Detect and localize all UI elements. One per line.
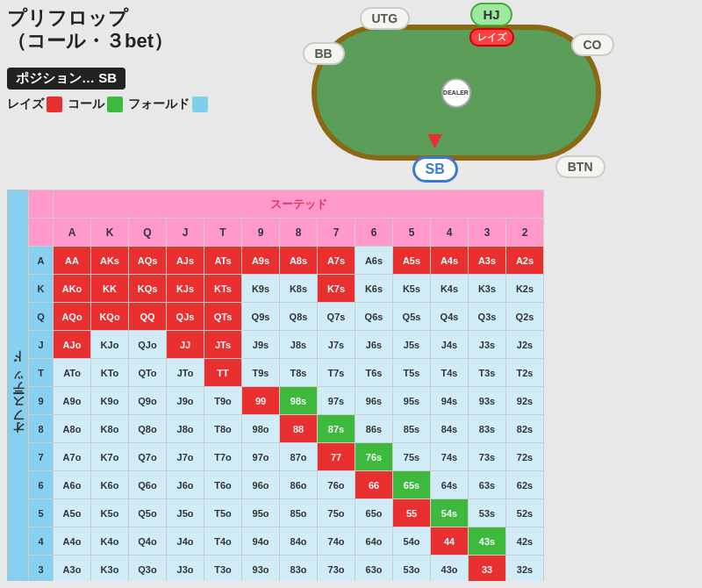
col-header-A: A bbox=[54, 219, 91, 247]
row-label-J: J bbox=[29, 331, 54, 359]
call-color bbox=[107, 97, 123, 112]
cell-J-8: J8s bbox=[280, 331, 318, 359]
raise-badge: レイズ bbox=[469, 28, 514, 47]
cell-9-2: 92s bbox=[506, 387, 544, 415]
cell-7-6: 76s bbox=[355, 443, 393, 471]
cell-8-5: 85s bbox=[393, 415, 431, 443]
cell-Q-K: KQo bbox=[91, 303, 129, 331]
grid-row-5: 5A5oK5oQ5oJ5oT5o95o85o75o65o5554s53s52s bbox=[29, 499, 544, 527]
cell-8-Q: Q8o bbox=[129, 415, 167, 443]
cell-3-2: 32s bbox=[506, 556, 544, 582]
cell-Q-8: Q8s bbox=[280, 303, 318, 331]
cell-4-K: K4o bbox=[91, 527, 129, 556]
cell-Q-A: AQo bbox=[54, 303, 91, 331]
cell-6-5: 65s bbox=[393, 471, 431, 499]
arrow-down: ▼ bbox=[423, 126, 448, 154]
cell-A-K: AKs bbox=[91, 247, 129, 275]
title-line2: （コール・３bet） bbox=[7, 30, 208, 53]
cell-9-3: 93s bbox=[469, 387, 506, 415]
cell-K-9: K9s bbox=[242, 275, 280, 303]
cell-K-5: K5s bbox=[393, 275, 431, 303]
cell-5-9: 95o bbox=[242, 499, 280, 527]
grid-section: オフスーテッド スーテッド AKQJT98765432 bbox=[7, 190, 695, 581]
cell-7-7: 77 bbox=[318, 443, 355, 471]
header-row: スーテッド bbox=[29, 190, 544, 219]
cell-9-K: K9o bbox=[91, 387, 129, 415]
cell-3-8: 83o bbox=[280, 556, 318, 582]
cell-3-3: 33 bbox=[469, 556, 506, 582]
col-header-T: T bbox=[204, 219, 242, 247]
cell-4-2: 42s bbox=[506, 527, 544, 556]
cell-Q-T: QTs bbox=[204, 303, 242, 331]
cell-7-9: 97o bbox=[242, 443, 280, 471]
row-label-4: 4 bbox=[29, 527, 54, 556]
cell-6-Q: Q6o bbox=[129, 471, 167, 499]
cell-5-4: 54s bbox=[431, 499, 469, 527]
cell-6-9: 96o bbox=[242, 471, 280, 499]
cell-3-4: 43o bbox=[431, 556, 469, 582]
suited-header: スーテッド bbox=[54, 190, 544, 219]
cell-5-K: K5o bbox=[91, 499, 129, 527]
cell-7-Q: Q7o bbox=[129, 443, 167, 471]
fold-color bbox=[192, 97, 208, 112]
cell-9-4: 94s bbox=[431, 387, 469, 415]
col-header-Q: Q bbox=[129, 219, 167, 247]
cell-K-8: K8s bbox=[280, 275, 318, 303]
seat-sb: ▼ SB bbox=[412, 126, 458, 183]
cell-5-5: 55 bbox=[393, 499, 431, 527]
col-header-5: 5 bbox=[393, 219, 431, 247]
seat-co: CO bbox=[571, 33, 614, 56]
row-label-8: 8 bbox=[29, 415, 54, 443]
col-header-2: 2 bbox=[506, 219, 544, 247]
top-section: プリフロップ （コール・３bet） ポジション… SB レイズ コール フォール… bbox=[7, 7, 695, 183]
cell-T-7: T7s bbox=[318, 359, 355, 387]
cell-K-6: K6s bbox=[355, 275, 393, 303]
cell-8-6: 86s bbox=[355, 415, 393, 443]
cell-A-J: AJs bbox=[167, 247, 204, 275]
cell-4-J: J4o bbox=[167, 527, 204, 556]
grid-wrapper: オフスーテッド スーテッド AKQJT98765432 bbox=[7, 190, 695, 581]
grid-row-3: 3A3oK3oQ3oJ3oT3o93o83o73o63o53o43o3332s bbox=[29, 556, 544, 582]
main-container: プリフロップ （コール・３bet） ポジション… SB レイズ コール フォール… bbox=[0, 0, 702, 588]
grid-row-6: 6A6oK6oQ6oJ6oT6o96o86o76o6665s64s63s62s bbox=[29, 471, 544, 499]
cell-K-Q: KQs bbox=[129, 275, 167, 303]
cell-5-7: 75o bbox=[318, 499, 355, 527]
cell-8-4: 84s bbox=[431, 415, 469, 443]
cell-9-A: A9o bbox=[54, 387, 91, 415]
row-label-Q: Q bbox=[29, 303, 54, 331]
cell-8-3: 83s bbox=[469, 415, 506, 443]
cell-3-J: J3o bbox=[167, 556, 204, 582]
cell-9-9: 99 bbox=[242, 387, 280, 415]
cell-T-6: T6s bbox=[355, 359, 393, 387]
cell-8-J: J8o bbox=[167, 415, 204, 443]
cell-T-A: ATo bbox=[54, 359, 91, 387]
col-header-4: 4 bbox=[431, 219, 469, 247]
raise-label: レイズ bbox=[7, 97, 44, 112]
cell-J-A: AJo bbox=[54, 331, 91, 359]
cell-9-6: 96s bbox=[355, 387, 393, 415]
dealer-label: DEALER bbox=[443, 90, 469, 97]
cell-4-6: 64o bbox=[355, 527, 393, 556]
title-box: プリフロップ （コール・３bet） ポジション… SB レイズ コール フォール… bbox=[7, 7, 208, 183]
col-header-9: 9 bbox=[242, 219, 280, 247]
cell-7-4: 74s bbox=[431, 443, 469, 471]
cell-7-2: 72s bbox=[506, 443, 544, 471]
cell-T-3: T3s bbox=[469, 359, 506, 387]
cell-T-K: KTo bbox=[91, 359, 129, 387]
cell-5-Q: Q5o bbox=[129, 499, 167, 527]
cell-8-T: T8o bbox=[204, 415, 242, 443]
cell-7-A: A7o bbox=[54, 443, 91, 471]
cell-K-K: KK bbox=[91, 275, 129, 303]
seat-bb: BB bbox=[303, 42, 345, 65]
col-header-7: 7 bbox=[318, 219, 355, 247]
cell-5-T: T5o bbox=[204, 499, 242, 527]
cell-9-8: 98s bbox=[280, 387, 318, 415]
cell-A-2: A2s bbox=[506, 247, 544, 275]
cell-6-A: A6o bbox=[54, 471, 91, 499]
cell-T-8: T8s bbox=[280, 359, 318, 387]
cell-A-8: A8s bbox=[280, 247, 318, 275]
cell-4-Q: Q4o bbox=[129, 527, 167, 556]
seat-btn: BTN bbox=[555, 155, 605, 178]
cell-6-T: T6o bbox=[204, 471, 242, 499]
cell-8-A: A8o bbox=[54, 415, 91, 443]
